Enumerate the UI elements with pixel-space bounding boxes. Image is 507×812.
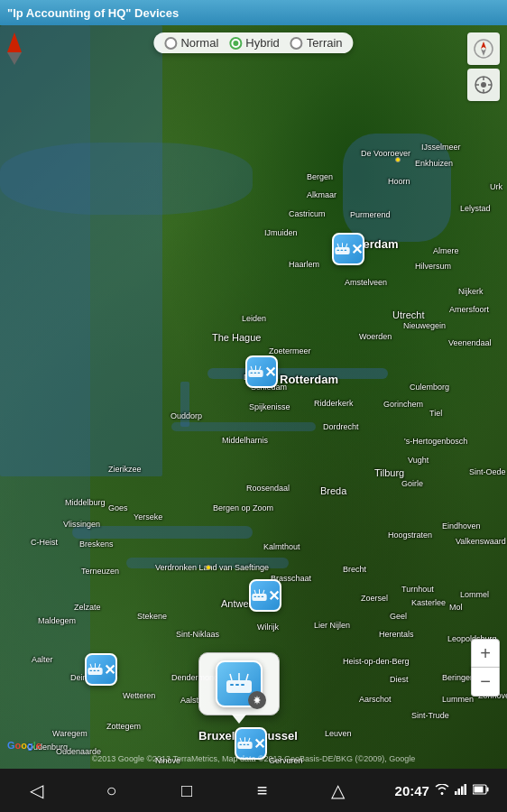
svg-line-36 [99,664,100,668]
svg-line-20 [251,366,252,370]
svg-rect-32 [93,670,96,671]
svg-rect-46 [235,684,239,686]
compass [7,32,22,52]
app-title: "Ip Accounting of HQ" Devices [7,6,179,20]
svg-rect-11 [340,250,343,251]
svg-rect-55 [464,784,466,795]
svg-rect-40 [247,744,250,745]
svg-line-22 [260,366,261,370]
router-icon [247,362,264,382]
svg-rect-54 [461,787,464,796]
svg-rect-33 [97,670,100,671]
device-ghent[interactable] [85,653,121,689]
svg-rect-44 [226,680,252,693]
svg-rect-38 [239,744,242,745]
svg-line-29 [263,590,264,594]
zoom-out-button[interactable]: − [471,668,500,697]
svg-point-8 [481,82,486,88]
mode-terrain-label: Terrain [307,36,343,50]
svg-rect-17 [250,373,253,374]
radio-hybrid[interactable] [229,37,242,50]
mode-terrain[interactable]: Terrain [290,36,343,50]
map-dot-marker-2 [206,565,211,570]
svg-rect-25 [257,596,260,597]
router-icon [87,660,104,679]
svg-rect-47 [241,684,244,686]
recent-apps-button[interactable]: □ [169,772,205,808]
svg-rect-39 [243,744,245,745]
mode-normal[interactable]: Normal [164,36,218,50]
svg-line-34 [90,664,91,668]
wifi-icon [435,783,449,798]
settings-gear-icon[interactable] [248,691,266,709]
svg-rect-57 [474,787,483,793]
svg-rect-45 [230,684,234,686]
svg-marker-1 [481,42,486,49]
zoom-in-button[interactable]: + [471,639,500,668]
mode-hybrid[interactable]: Hybrid [229,36,280,50]
svg-rect-52 [455,791,457,795]
svg-rect-26 [262,596,264,597]
map-dot-marker [395,157,401,162]
svg-line-15 [346,244,347,247]
time-display: 20:47 [395,783,429,798]
mode-normal-label: Normal [180,36,218,50]
svg-line-13 [337,244,338,247]
svg-rect-58 [486,788,488,792]
zoom-controls: + − [471,639,500,697]
svg-line-43 [249,738,250,742]
svg-rect-24 [254,596,256,597]
map-copyright: ©2013 Google ©2013 TerraMetrics, Map dat… [0,754,507,763]
compass-btn[interactable] [467,32,500,65]
device-amsterdam[interactable] [332,233,368,269]
svg-rect-53 [457,789,460,795]
map-mode-selector: Normal Hybrid Terrain [153,32,353,53]
radio-normal[interactable] [164,37,177,50]
svg-rect-31 [89,670,92,671]
location-btn[interactable] [467,69,500,101]
radio-terrain[interactable] [290,37,303,50]
router-icon [251,586,268,605]
battery-icon [473,783,489,798]
device-rotterdam[interactable] [245,355,281,392]
title-bar: "Ip Accounting of HQ" Devices [0,0,507,25]
svg-line-48 [230,674,232,680]
compass-arrow [7,32,22,52]
status-right: 20:47 [395,783,489,798]
svg-rect-12 [345,250,347,251]
svg-rect-18 [254,373,256,374]
svg-line-50 [246,674,248,680]
up-button[interactable]: △ [319,772,355,808]
signal-icon [455,783,467,798]
svg-marker-2 [481,49,486,56]
google-logo: Google [7,740,41,751]
svg-line-27 [254,590,255,594]
back-button[interactable]: ◁ [18,772,54,808]
home-button[interactable]: ○ [94,772,130,808]
svg-rect-19 [258,373,261,374]
svg-rect-10 [336,250,339,251]
mode-hybrid-label: Hybrid [245,36,280,50]
device-popup[interactable] [198,652,280,715]
map-container[interactable]: Normal Hybrid Terrain [0,25,507,769]
navigation-bar: ◁ ○ □ ≡ △ 20:47 [0,769,507,812]
menu-button[interactable]: ≡ [244,772,281,808]
router-icon [334,239,351,259]
device-antwerp[interactable] [249,579,285,615]
svg-line-41 [240,738,241,742]
router-icon [236,734,254,753]
nav-controls [467,32,500,101]
